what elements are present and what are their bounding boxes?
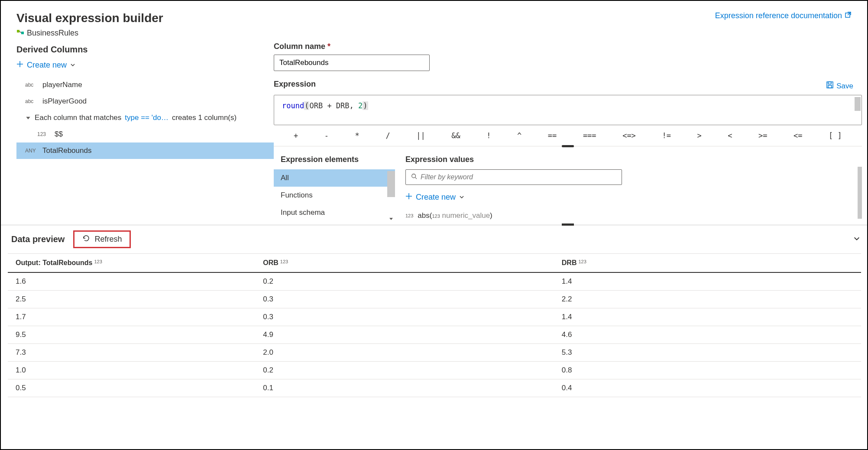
create-new-label: Create new — [27, 61, 67, 70]
op-plus[interactable]: + — [291, 131, 301, 140]
values-scrollbar[interactable] — [858, 167, 862, 219]
table-row[interactable]: 1.60.21.4 — [8, 272, 861, 291]
expression-editor[interactable]: round(ORB + DRB, 2) — [274, 95, 862, 125]
elements-scrollbar[interactable] — [387, 171, 395, 197]
table-cell: 0.8 — [554, 362, 861, 379]
table-cell: 0.3 — [255, 291, 554, 308]
type-badge-abc: abc — [25, 82, 37, 88]
match-suffix: creates 1 column(s) — [172, 113, 236, 122]
table-cell: 9.5 — [8, 326, 255, 344]
op-minus[interactable]: - — [322, 131, 331, 140]
table-cell: 7.3 — [8, 344, 255, 362]
table-cell: 2.0 — [255, 344, 554, 362]
op-eqeq[interactable]: === — [580, 131, 599, 140]
op-or[interactable]: || — [414, 131, 428, 140]
fn-name: abs — [418, 211, 429, 220]
op-eq[interactable]: == — [545, 131, 559, 140]
match-prefix: Each column that matches — [35, 113, 121, 122]
column-name-input[interactable] — [274, 55, 430, 71]
create-new-column[interactable]: Create new — [16, 59, 75, 71]
column-item-playername[interactable]: abc playerName — [16, 77, 274, 93]
operator-toolbar: + - * / || && ! ^ == === <=> != > < >= <… — [274, 125, 862, 146]
col-header-orb[interactable]: ORB123 — [255, 254, 554, 273]
plus-icon — [405, 193, 412, 202]
refresh-label: Refresh — [94, 235, 122, 244]
table-cell: 4.9 — [255, 326, 554, 344]
svg-rect-4 — [828, 82, 831, 84]
elements-item-inputschema[interactable]: Input schema — [274, 204, 395, 221]
search-icon — [411, 173, 417, 181]
flow-name: BusinessRules — [27, 29, 78, 38]
create-new-value[interactable]: Create new — [405, 191, 464, 204]
column-list: abc playerName abc isPlayerGood Each col… — [16, 77, 274, 159]
type-badge-123: 123 — [578, 259, 586, 264]
table-cell: 2.2 — [554, 291, 861, 308]
type-badge-123: 123 — [280, 259, 288, 264]
values-filter-input[interactable] — [405, 169, 622, 185]
column-label: TotalRebounds — [42, 146, 91, 155]
expr-elements-title: Expression elements — [274, 155, 395, 169]
svg-rect-5 — [828, 85, 832, 88]
op-spaceship[interactable]: <=> — [620, 131, 638, 140]
table-cell: 2.5 — [8, 291, 255, 308]
derived-columns-title: Derived Columns — [16, 45, 274, 55]
column-item-totalrebounds[interactable]: ANY TotalRebounds — [16, 142, 274, 159]
table-row[interactable]: 9.54.94.6 — [8, 326, 861, 344]
table-cell: 0.4 — [554, 379, 861, 397]
required-star: * — [327, 42, 330, 51]
table-cell: 0.3 — [255, 308, 554, 326]
table-cell: 0.2 — [255, 272, 554, 291]
elements-item-all[interactable]: All — [274, 169, 395, 187]
col-header-drb[interactable]: DRB123 — [554, 254, 861, 273]
expression-label: Expression — [274, 80, 316, 89]
elements-item-functions[interactable]: Functions — [274, 187, 395, 204]
table-row[interactable]: 0.50.10.4 — [8, 379, 861, 397]
op-mult[interactable]: * — [353, 131, 362, 140]
svg-rect-3 — [827, 82, 833, 88]
scroll-down-icon[interactable] — [387, 215, 395, 223]
table-cell: 0.5 — [8, 379, 255, 397]
table-row[interactable]: 1.00.20.8 — [8, 362, 861, 379]
table-cell: 4.6 — [554, 326, 861, 344]
save-icon — [826, 81, 834, 91]
doc-link[interactable]: Expression reference documentation — [715, 11, 852, 20]
match-condition-link[interactable]: type == 'do… — [125, 113, 168, 122]
svg-point-6 — [412, 174, 416, 178]
chevron-down-icon — [70, 61, 75, 70]
create-new-value-label: Create new — [416, 193, 456, 202]
save-button[interactable]: Save — [826, 81, 862, 91]
col-header-output[interactable]: Output: TotalRebounds123 — [8, 254, 255, 273]
external-link-icon — [845, 11, 852, 20]
chevron-down-icon — [459, 193, 464, 202]
refresh-button[interactable]: Refresh — [73, 230, 131, 248]
preview-table: Output: TotalRebounds123 ORB123 DRB123 1… — [8, 253, 861, 397]
data-preview-title: Data preview — [11, 234, 65, 244]
column-pattern-match[interactable]: Each column that matches type == 'do… cr… — [16, 110, 274, 126]
op-xor[interactable]: ^ — [515, 131, 524, 140]
resize-handle-2[interactable] — [562, 223, 574, 226]
op-div[interactable]: / — [383, 131, 392, 140]
op-lt[interactable]: < — [725, 131, 735, 140]
refresh-icon — [82, 234, 90, 244]
op-index[interactable]: [ ] — [826, 131, 845, 140]
type-badge-123: 123 — [94, 259, 102, 264]
op-gte[interactable]: >= — [756, 131, 770, 140]
filter-field[interactable] — [421, 173, 616, 181]
expr-scrollbar[interactable] — [855, 97, 861, 111]
plus-icon — [16, 61, 23, 70]
value-item-abs[interactable]: 123 abs(123 numeric_value) — [405, 209, 855, 223]
collapse-preview-button[interactable] — [853, 235, 860, 243]
type-badge-any: ANY — [25, 148, 37, 154]
op-lte[interactable]: <= — [791, 131, 805, 140]
caret-down-icon — [25, 115, 31, 121]
op-gt[interactable]: > — [694, 131, 704, 140]
table-row[interactable]: 2.50.32.2 — [8, 291, 861, 308]
column-item-isplayergood[interactable]: abc isPlayerGood — [16, 93, 274, 110]
op-neq[interactable]: != — [659, 131, 673, 140]
op-not[interactable]: ! — [484, 131, 493, 140]
column-item-pattern-child[interactable]: 123 $$ — [16, 126, 274, 142]
table-row[interactable]: 1.70.31.4 — [8, 308, 861, 326]
table-row[interactable]: 7.32.05.3 — [8, 344, 861, 362]
type-badge-123: 123 — [432, 214, 440, 219]
op-and[interactable]: && — [449, 131, 463, 140]
